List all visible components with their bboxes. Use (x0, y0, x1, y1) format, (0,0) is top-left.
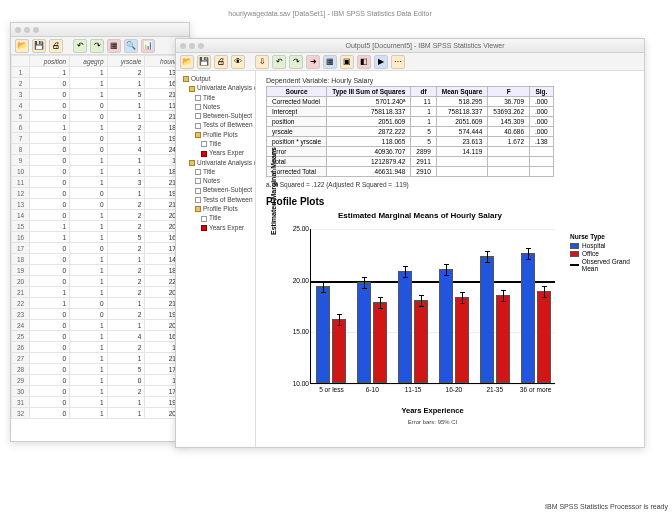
cell[interactable]: 0 (30, 408, 70, 419)
cell[interactable]: 1 (30, 221, 70, 232)
print-icon[interactable]: 🖨 (49, 39, 63, 53)
cell[interactable]: 0 (70, 144, 107, 155)
tree-node[interactable]: Univariate Analysis of (185, 158, 252, 167)
cell[interactable]: 1 (107, 397, 145, 408)
cell[interactable]: 5 (107, 89, 145, 100)
redo-icon[interactable]: ↷ (289, 55, 303, 69)
cell[interactable]: 1 (70, 210, 107, 221)
designate-icon[interactable]: ◧ (357, 55, 371, 69)
save-icon[interactable]: 💾 (197, 55, 211, 69)
row-number[interactable]: 12 (12, 188, 30, 199)
tree-node[interactable]: Tests of Between (191, 120, 252, 129)
row-number[interactable]: 20 (12, 276, 30, 287)
data-editor-titlebar[interactable] (11, 23, 189, 37)
open-icon[interactable]: 📂 (15, 39, 29, 53)
more-icon[interactable]: ⋯ (391, 55, 405, 69)
cell[interactable]: 0 (70, 133, 107, 144)
cell[interactable]: 0 (30, 397, 70, 408)
row-number[interactable]: 31 (12, 397, 30, 408)
tree-node[interactable]: Years Exper (197, 148, 252, 157)
row-number[interactable]: 7 (12, 133, 30, 144)
find-icon[interactable]: 🔍 (124, 39, 138, 53)
row-number[interactable]: 11 (12, 177, 30, 188)
cell[interactable]: 0 (30, 188, 70, 199)
cell[interactable]: 0 (30, 320, 70, 331)
cell[interactable]: 3 (107, 177, 145, 188)
cell[interactable]: 0 (70, 188, 107, 199)
tree-node[interactable]: Between-Subject (191, 111, 252, 120)
goto-icon[interactable]: ▦ (107, 39, 121, 53)
col-header[interactable]: yrscale (107, 56, 145, 67)
tree-node[interactable]: Title (197, 213, 252, 222)
cell[interactable]: 1 (70, 331, 107, 342)
redo-icon[interactable]: ↷ (90, 39, 104, 53)
cell[interactable]: 1 (107, 100, 145, 111)
cell[interactable]: 1 (30, 67, 70, 78)
cell[interactable]: 1 (70, 397, 107, 408)
cell[interactable]: 2 (107, 342, 145, 353)
cell[interactable]: 1 (70, 320, 107, 331)
cell[interactable]: 1 (107, 408, 145, 419)
cell[interactable]: 0 (30, 243, 70, 254)
cell[interactable]: 1 (70, 353, 107, 364)
cell[interactable]: 0 (30, 210, 70, 221)
cell[interactable]: 1 (70, 122, 107, 133)
cell[interactable]: 0 (30, 375, 70, 386)
goto-data-icon[interactable]: ▦ (323, 55, 337, 69)
row-number[interactable]: 2 (12, 78, 30, 89)
cell[interactable]: 1 (30, 298, 70, 309)
cell[interactable]: 0 (70, 199, 107, 210)
cell[interactable]: 1 (107, 111, 145, 122)
print-icon[interactable]: 🖨 (214, 55, 228, 69)
cell[interactable]: 0 (30, 100, 70, 111)
cell[interactable]: 1 (30, 122, 70, 133)
run-icon[interactable]: ▶ (374, 55, 388, 69)
cell[interactable]: 2 (107, 122, 145, 133)
row-number[interactable]: 4 (12, 100, 30, 111)
tree-node[interactable]: Tests of Between (191, 195, 252, 204)
tree-node[interactable]: Title (197, 139, 252, 148)
cell[interactable]: 5 (107, 364, 145, 375)
cell[interactable]: 1 (70, 342, 107, 353)
cell[interactable]: 1 (107, 78, 145, 89)
tree-node[interactable]: Notes (191, 102, 252, 111)
cell[interactable]: 0 (30, 386, 70, 397)
open-icon[interactable]: 📂 (180, 55, 194, 69)
cell[interactable]: 0 (30, 155, 70, 166)
row-number[interactable]: 16 (12, 232, 30, 243)
cell[interactable]: 0 (70, 111, 107, 122)
row-number[interactable]: 15 (12, 221, 30, 232)
tree-node[interactable]: Notes (191, 176, 252, 185)
row-number[interactable]: 9 (12, 155, 30, 166)
cell[interactable]: 0 (70, 298, 107, 309)
cell[interactable]: 1 (70, 408, 107, 419)
row-number[interactable]: 1 (12, 67, 30, 78)
cell[interactable]: 5 (107, 232, 145, 243)
cell[interactable]: 0 (30, 111, 70, 122)
cell[interactable]: 1 (107, 320, 145, 331)
tree-node[interactable]: Profile Plots (191, 204, 252, 213)
row-number[interactable]: 8 (12, 144, 30, 155)
cell[interactable]: 1 (107, 155, 145, 166)
cell[interactable]: 0 (30, 254, 70, 265)
cell[interactable]: 1 (107, 166, 145, 177)
tree-node[interactable]: Title (191, 167, 252, 176)
row-number[interactable]: 18 (12, 254, 30, 265)
cell[interactable]: 2 (107, 210, 145, 221)
cell[interactable]: 1 (107, 188, 145, 199)
col-header[interactable]: position (30, 56, 70, 67)
row-number[interactable]: 19 (12, 265, 30, 276)
cell[interactable]: 2 (107, 221, 145, 232)
row-number[interactable]: 6 (12, 122, 30, 133)
cell[interactable]: 0 (30, 309, 70, 320)
row-number[interactable]: 21 (12, 287, 30, 298)
window-controls[interactable] (15, 27, 39, 33)
goto-icon[interactable]: ➜ (306, 55, 320, 69)
row-number[interactable]: 14 (12, 210, 30, 221)
col-header[interactable]: agegrp (70, 56, 107, 67)
cell[interactable]: 1 (30, 232, 70, 243)
cell[interactable]: 1 (70, 375, 107, 386)
tree-node[interactable]: Between-Subject (191, 185, 252, 194)
cell[interactable]: 2 (107, 243, 145, 254)
cell[interactable]: 0 (30, 133, 70, 144)
